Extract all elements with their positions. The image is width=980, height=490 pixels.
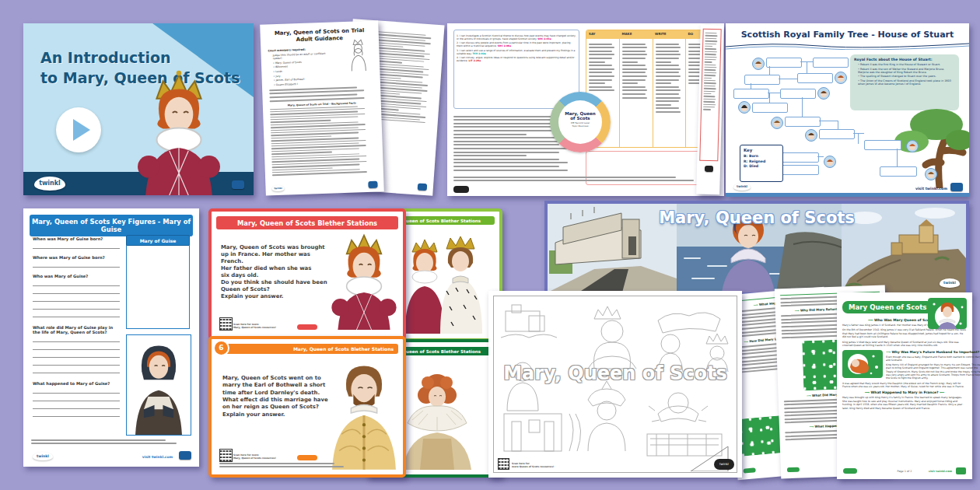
column-header-make: MAKE xyxy=(620,30,653,39)
text-line xyxy=(622,47,648,48)
text-line xyxy=(453,141,568,142)
text-line xyxy=(453,159,559,160)
text-line xyxy=(656,93,679,95)
answer-line[interactable] xyxy=(33,342,120,350)
answer-lines[interactable] xyxy=(33,278,120,317)
cfe-planner-worksheet: 1. I can investigate a Scottish historic… xyxy=(447,23,724,196)
paragraph: It was agreed that Mary would marry the … xyxy=(842,382,967,389)
text-line xyxy=(453,177,676,178)
text-line xyxy=(453,130,559,131)
answer-line[interactable] xyxy=(33,350,120,358)
key-figures-worksheet: Mary, Queen of Scots Key Figures - Mary … xyxy=(23,208,199,467)
answer-line[interactable] xyxy=(33,260,120,268)
answer-line[interactable] xyxy=(33,401,120,409)
text-line xyxy=(589,86,612,88)
column-header-write: WRITE xyxy=(653,30,686,39)
answer-line[interactable] xyxy=(33,310,120,317)
text-line xyxy=(31,439,166,441)
text-line xyxy=(656,100,679,102)
ancestor-portrait-icon xyxy=(925,168,937,180)
text-line xyxy=(704,77,712,79)
name-box[interactable] xyxy=(785,117,821,127)
text-line xyxy=(622,86,646,88)
question-4: What role did Mary of Guise play in the … xyxy=(33,325,120,334)
text-line xyxy=(656,79,679,81)
answer-line[interactable] xyxy=(33,278,120,286)
answer-line[interactable] xyxy=(33,294,120,302)
text-line xyxy=(656,111,681,113)
answer-lines[interactable] xyxy=(33,334,120,373)
text-line xyxy=(705,35,717,37)
qr-code[interactable] xyxy=(498,458,509,470)
twinkl-logo: twinkl xyxy=(33,452,53,460)
answer-line[interactable] xyxy=(33,241,120,249)
text-line xyxy=(656,65,679,66)
text-line xyxy=(656,68,681,70)
trial-guidance-pack: Mary, Queen of Scots on Trial Adult Guid… xyxy=(263,20,440,198)
ancestor-portrait-icon xyxy=(835,72,847,84)
answer-line[interactable] xyxy=(33,394,120,401)
answer-line[interactable] xyxy=(33,386,120,394)
text-line xyxy=(704,90,716,92)
answer-line[interactable] xyxy=(33,358,120,366)
box-title: Mary of Guise xyxy=(126,235,190,246)
visit-twinkl-text: visit twinkl.com xyxy=(915,187,947,191)
ancestor-portrait-icon xyxy=(738,101,751,114)
name-box[interactable] xyxy=(813,58,849,68)
text-line xyxy=(589,51,612,52)
answer-line[interactable] xyxy=(33,302,120,310)
answer-line[interactable] xyxy=(33,286,120,294)
text-line xyxy=(705,43,716,44)
column-header-say: SAY xyxy=(586,30,620,39)
name-box[interactable] xyxy=(733,89,769,99)
text-line xyxy=(704,93,712,95)
text-line xyxy=(656,44,679,45)
text-line xyxy=(704,80,716,82)
answer-line[interactable] xyxy=(33,366,120,373)
paragraph: Even though she was a baby, England and … xyxy=(886,355,980,362)
name-box[interactable] xyxy=(752,103,788,113)
baby-mary-illustration-box xyxy=(842,350,883,378)
text-line xyxy=(453,166,559,167)
name-box[interactable] xyxy=(864,140,901,150)
ancestor-portrait-icon xyxy=(805,129,817,142)
answer-lines[interactable] xyxy=(33,386,120,417)
answer-line[interactable] xyxy=(33,409,120,417)
name-box[interactable] xyxy=(880,166,917,177)
paragraph: King James V died days later and Mary be… xyxy=(842,341,967,348)
qr-code[interactable] xyxy=(219,317,233,331)
name-box[interactable] xyxy=(782,165,819,175)
tree-connector xyxy=(853,133,864,134)
text-line xyxy=(622,61,639,63)
name-box[interactable] xyxy=(744,75,780,85)
answer-line[interactable] xyxy=(33,334,120,342)
trial-page-1: Mary, Queen of Scots on Trial Adult Guid… xyxy=(260,20,384,195)
station-number-badge: 6 xyxy=(213,340,229,356)
page-text-lines xyxy=(270,105,376,176)
text-line xyxy=(656,75,681,77)
text-line xyxy=(703,107,715,108)
title-line-1: An Introduction xyxy=(40,48,240,68)
text-line xyxy=(589,72,612,73)
tree-connector xyxy=(897,149,898,166)
name-box[interactable] xyxy=(819,129,855,139)
text-line xyxy=(705,40,717,42)
text-line xyxy=(589,89,614,91)
discussion-prompt-text: Mary, Queen of Scots was brought up in F… xyxy=(221,244,331,300)
text-line xyxy=(622,72,646,73)
text-line xyxy=(656,58,679,59)
name-box[interactable] xyxy=(766,58,802,68)
name-box[interactable] xyxy=(780,89,816,99)
text-line xyxy=(453,155,527,156)
name-box[interactable] xyxy=(782,152,819,163)
twinkl-footer-logo xyxy=(743,467,755,473)
twinkl-cap-icon xyxy=(956,467,966,474)
mary-of-guise-answer-box[interactable]: Mary of Guise xyxy=(126,235,190,328)
text-line xyxy=(622,93,646,95)
name-box[interactable] xyxy=(797,73,833,83)
text-line xyxy=(219,466,344,467)
elizabeth-i-illustration xyxy=(392,361,493,470)
play-button[interactable] xyxy=(56,107,101,152)
text-line xyxy=(589,75,614,77)
family-tree-title: Scottish Royal Family Tree - House of St… xyxy=(726,30,969,40)
